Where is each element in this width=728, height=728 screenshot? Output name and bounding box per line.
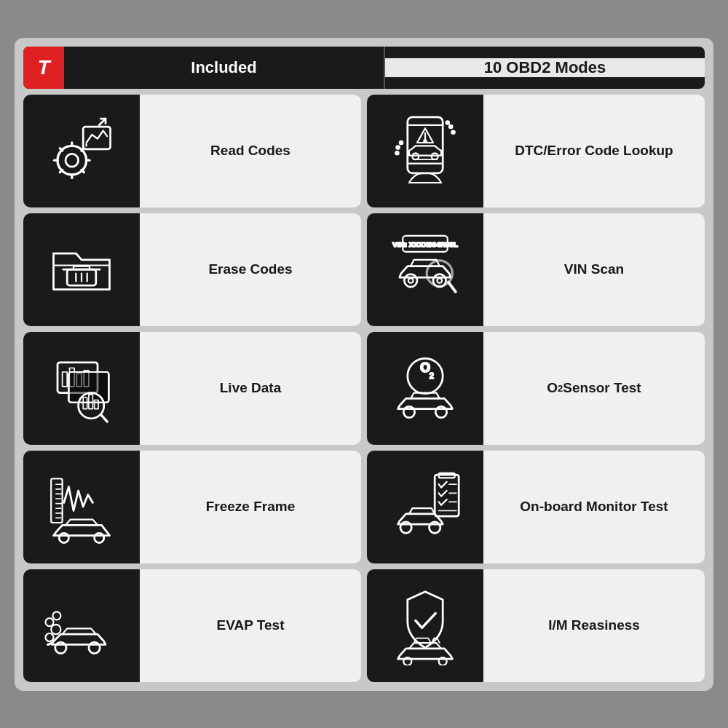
svg-text:2: 2 xyxy=(430,371,434,380)
freeze-frame-icon xyxy=(41,467,122,547)
read-codes-icon-panel xyxy=(23,95,140,207)
header: T Included 10 OBD2 Modes xyxy=(23,47,705,89)
svg-text:VIN: XXXX004R58L: VIN: XXXX004R58L xyxy=(392,240,458,248)
freeze-icon-panel xyxy=(23,451,140,563)
svg-point-22 xyxy=(446,121,449,124)
svg-point-39 xyxy=(438,278,443,283)
svg-line-7 xyxy=(82,170,84,172)
erase-codes-icon-panel xyxy=(23,213,140,326)
erase-codes-icon xyxy=(41,229,122,309)
o2-label: O2 Sensor Test xyxy=(483,332,705,445)
svg-point-25 xyxy=(400,141,403,144)
feature-card-freeze: Freeze Frame xyxy=(23,451,361,563)
feature-card-vin: VIN: XXXX004R58L VIN Scan xyxy=(367,213,705,326)
dtc-icon-panel xyxy=(367,95,483,207)
modes-label: 10 OBD2 Modes xyxy=(385,58,705,77)
evap-icon xyxy=(41,585,122,665)
feature-row-5: EVAP Test xyxy=(23,569,705,682)
feature-card-im: I/M Reasiness xyxy=(367,569,705,682)
svg-point-27 xyxy=(395,151,398,154)
svg-rect-43 xyxy=(63,372,68,387)
o2-icon-panel: O 2 xyxy=(367,332,483,445)
monitor-icon-panel xyxy=(367,451,483,563)
svg-line-6 xyxy=(60,149,62,151)
vin-label: VIN Scan xyxy=(483,213,705,326)
svg-line-53 xyxy=(100,414,107,422)
read-codes-label: Read Codes xyxy=(140,95,361,207)
erase-codes-label: Erase Codes xyxy=(140,213,361,326)
svg-point-37 xyxy=(408,278,414,283)
svg-rect-72 xyxy=(435,475,459,516)
vin-icon-panel: VIN: XXXX004R58L xyxy=(367,213,483,326)
im-readiness-icon xyxy=(385,585,465,665)
live-data-label: Live Data xyxy=(140,332,361,445)
svg-line-8 xyxy=(60,170,62,172)
live-data-icon-panel xyxy=(23,332,140,445)
svg-point-26 xyxy=(396,146,399,149)
svg-line-80 xyxy=(48,643,52,644)
evap-icon-panel xyxy=(23,569,140,682)
feature-card-o2: O 2 O2 Sensor Test xyxy=(367,332,705,445)
feature-card-read-codes: Read Codes xyxy=(23,95,361,207)
svg-point-82 xyxy=(51,625,60,634)
feature-row-4: Freeze Frame xyxy=(23,451,705,563)
dtc-icon xyxy=(385,111,465,191)
svg-point-19 xyxy=(412,153,419,159)
read-codes-icon xyxy=(41,111,122,191)
svg-line-41 xyxy=(448,282,456,292)
feature-row-2: Erase Codes VIN: XXXX004R58L xyxy=(23,213,705,326)
svg-point-1 xyxy=(66,154,79,167)
svg-rect-59 xyxy=(51,479,62,523)
feature-card-evap: EVAP Test xyxy=(23,569,361,682)
im-label: I/M Reasiness xyxy=(483,569,705,682)
svg-point-84 xyxy=(52,612,60,620)
main-container: T Included 10 OBD2 Modes xyxy=(15,38,713,691)
feature-row-3: Live Data O 2 O2 Senso xyxy=(23,332,705,445)
monitor-label: On-board Monitor Test xyxy=(483,451,705,563)
features-grid: Read Codes xyxy=(23,95,705,682)
svg-point-20 xyxy=(432,153,438,159)
o2-sensor-icon: O 2 xyxy=(385,348,465,428)
evap-label: EVAP Test xyxy=(140,569,361,682)
live-data-icon xyxy=(41,348,122,428)
brand-logo: T xyxy=(23,47,64,89)
svg-point-81 xyxy=(46,633,54,641)
svg-point-24 xyxy=(451,131,454,134)
feature-card-monitor: On-board Monitor Test xyxy=(367,451,705,563)
im-icon-panel xyxy=(367,569,483,682)
feature-card-erase-codes: Erase Codes xyxy=(23,213,361,326)
vin-icon: VIN: XXXX004R58L xyxy=(385,229,465,309)
monitor-icon xyxy=(385,467,465,547)
freeze-label: Freeze Frame xyxy=(140,451,361,563)
svg-point-18 xyxy=(424,140,426,142)
feature-card-dtc: DTC/Error Code Lookup xyxy=(367,95,705,207)
feature-row-1: Read Codes xyxy=(23,95,705,207)
svg-point-36 xyxy=(404,274,417,288)
svg-point-83 xyxy=(46,618,54,626)
dtc-label: DTC/Error Code Lookup xyxy=(483,95,705,207)
svg-point-23 xyxy=(449,125,452,128)
included-label: Included xyxy=(64,58,384,77)
feature-card-live-data: Live Data xyxy=(23,332,361,445)
